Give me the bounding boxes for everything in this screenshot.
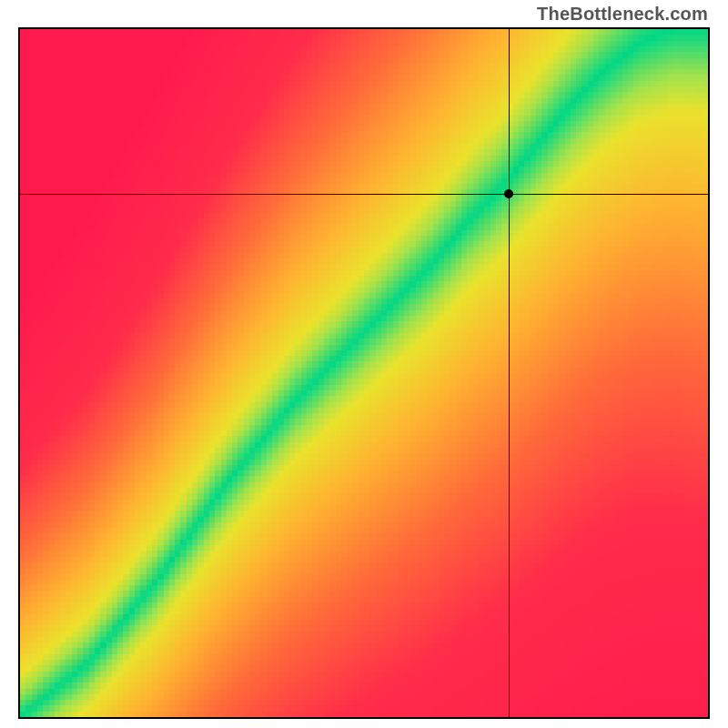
- watermark-text: TheBottleneck.com: [537, 4, 708, 25]
- chart-container: TheBottleneck.com: [0, 0, 728, 728]
- heatmap-plot: [18, 27, 710, 719]
- heatmap-canvas: [20, 29, 708, 717]
